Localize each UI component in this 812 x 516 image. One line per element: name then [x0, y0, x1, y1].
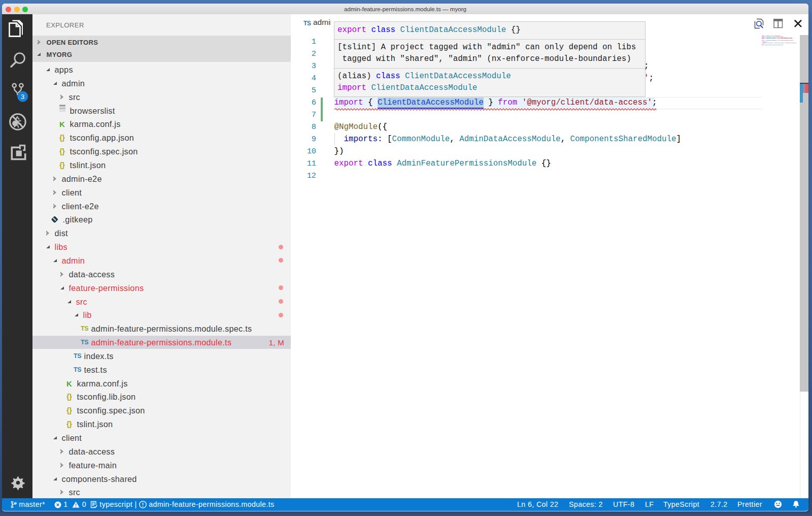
- svg-text:3: 3: [21, 93, 24, 101]
